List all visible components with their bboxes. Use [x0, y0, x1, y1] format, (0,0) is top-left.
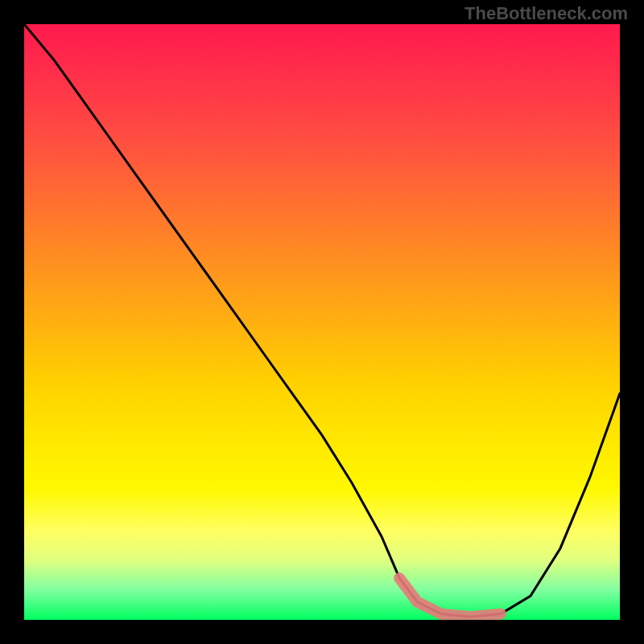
- bottleneck-curve: [24, 24, 620, 617]
- chart-container: TheBottleneck.com: [0, 0, 644, 644]
- plot-area: [24, 24, 620, 620]
- highlight-segment: [399, 578, 501, 617]
- watermark-text: TheBottleneck.com: [464, 3, 628, 24]
- curve-svg: [24, 24, 620, 620]
